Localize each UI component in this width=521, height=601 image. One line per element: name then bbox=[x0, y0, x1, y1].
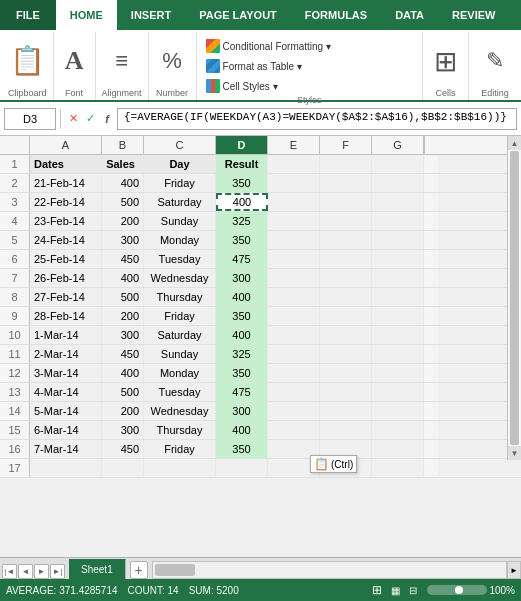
tab-insert[interactable]: INSERT bbox=[117, 0, 185, 30]
cell-a[interactable]: 1-Mar-14 bbox=[30, 326, 102, 344]
h-scroll-right[interactable]: ► bbox=[507, 561, 521, 579]
cell-b[interactable]: 450 bbox=[102, 440, 144, 458]
col-f[interactable] bbox=[320, 421, 372, 439]
cell-d[interactable] bbox=[216, 459, 268, 477]
tab-data[interactable]: DATA bbox=[381, 0, 438, 30]
col-f[interactable] bbox=[320, 231, 372, 249]
cell-b[interactable]: 450 bbox=[102, 345, 144, 363]
cell-a[interactable]: 6-Mar-14 bbox=[30, 421, 102, 439]
col-header-g[interactable]: G bbox=[372, 136, 424, 154]
col-e[interactable] bbox=[268, 345, 320, 363]
cell-c[interactable]: Saturday bbox=[144, 193, 216, 211]
cell-b[interactable]: 200 bbox=[102, 402, 144, 420]
col-g[interactable] bbox=[372, 193, 424, 211]
scroll-up-button[interactable]: ▲ bbox=[508, 136, 521, 150]
normal-view-button[interactable]: ⊞ bbox=[369, 583, 385, 597]
col-e[interactable] bbox=[268, 364, 320, 382]
col-f[interactable] bbox=[320, 174, 372, 192]
cell-a[interactable]: 22-Feb-14 bbox=[30, 193, 102, 211]
col-e[interactable] bbox=[268, 383, 320, 401]
cell-d[interactable]: 325 bbox=[216, 345, 268, 363]
tab-page-layout[interactable]: PAGE LAYOUT bbox=[185, 0, 291, 30]
editing-button[interactable]: ✎ bbox=[486, 34, 504, 88]
col-e[interactable] bbox=[268, 155, 320, 173]
cell-a[interactable] bbox=[30, 459, 102, 477]
cell-b[interactable]: 300 bbox=[102, 326, 144, 344]
cell-a[interactable]: 21-Feb-14 bbox=[30, 174, 102, 192]
cell-b[interactable]: 500 bbox=[102, 193, 144, 211]
font-button[interactable]: A bbox=[65, 34, 84, 88]
col-header-e[interactable]: E bbox=[268, 136, 320, 154]
cell-c[interactable]: Tuesday bbox=[144, 250, 216, 268]
col-g[interactable] bbox=[372, 459, 424, 477]
cell-a[interactable]: 3-Mar-14 bbox=[30, 364, 102, 382]
cell-b[interactable]: 200 bbox=[102, 212, 144, 230]
cell-b[interactable]: 400 bbox=[102, 269, 144, 287]
formula-input[interactable]: {=AVERAGE(IF(WEEKDAY(A3)=WEEKDAY($A$2:$A… bbox=[117, 108, 517, 130]
cell-b[interactable]: Sales bbox=[102, 155, 144, 173]
sheet-nav-prev[interactable]: ◄ bbox=[18, 564, 33, 579]
col-g[interactable] bbox=[372, 231, 424, 249]
col-g[interactable] bbox=[372, 326, 424, 344]
cell-d[interactable]: Result bbox=[216, 155, 268, 173]
cells-button[interactable]: ⊞ bbox=[434, 34, 457, 88]
insert-function-button[interactable]: f bbox=[99, 111, 115, 127]
col-header-c[interactable]: C bbox=[144, 136, 216, 154]
col-e[interactable] bbox=[268, 250, 320, 268]
vertical-scrollbar[interactable]: ▲ ▼ bbox=[507, 136, 521, 460]
add-sheet-button[interactable]: + bbox=[130, 561, 148, 579]
page-break-view-button[interactable]: ⊟ bbox=[405, 583, 421, 597]
cell-a[interactable]: 27-Feb-14 bbox=[30, 288, 102, 306]
cell-b[interactable]: 200 bbox=[102, 307, 144, 325]
clipboard-button[interactable]: 📋 bbox=[10, 34, 45, 88]
cell-a[interactable]: 4-Mar-14 bbox=[30, 383, 102, 401]
col-g[interactable] bbox=[372, 440, 424, 458]
col-f[interactable] bbox=[320, 212, 372, 230]
cell-c[interactable]: Saturday bbox=[144, 326, 216, 344]
sheet-nav-last[interactable]: ►| bbox=[50, 564, 65, 579]
cell-c[interactable]: Thursday bbox=[144, 421, 216, 439]
col-g[interactable] bbox=[372, 212, 424, 230]
cell-d[interactable]: 400 bbox=[216, 193, 268, 211]
cell-b[interactable] bbox=[102, 459, 144, 477]
cell-c[interactable]: Sunday bbox=[144, 345, 216, 363]
number-button[interactable]: % bbox=[162, 34, 182, 88]
col-g[interactable] bbox=[372, 174, 424, 192]
col-g[interactable] bbox=[372, 307, 424, 325]
sheet-tab-sheet1[interactable]: Sheet1 bbox=[69, 559, 126, 579]
tab-formulas[interactable]: FORMULAS bbox=[291, 0, 381, 30]
col-g[interactable] bbox=[372, 345, 424, 363]
col-g[interactable] bbox=[372, 250, 424, 268]
cell-d[interactable]: 350 bbox=[216, 440, 268, 458]
cell-c[interactable]: Friday bbox=[144, 307, 216, 325]
zoom-slider[interactable] bbox=[427, 585, 487, 595]
col-f[interactable] bbox=[320, 193, 372, 211]
col-g[interactable] bbox=[372, 421, 424, 439]
cell-a[interactable]: Dates bbox=[30, 155, 102, 173]
col-g[interactable] bbox=[372, 155, 424, 173]
h-scroll-thumb[interactable] bbox=[155, 564, 195, 576]
cell-c[interactable]: Sunday bbox=[144, 212, 216, 230]
col-e[interactable] bbox=[268, 326, 320, 344]
col-e[interactable] bbox=[268, 269, 320, 287]
cell-c[interactable]: Monday bbox=[144, 231, 216, 249]
cell-c[interactable]: Thursday bbox=[144, 288, 216, 306]
cell-d[interactable]: 350 bbox=[216, 364, 268, 382]
col-f[interactable] bbox=[320, 155, 372, 173]
cell-reference-box[interactable] bbox=[4, 108, 56, 130]
cell-a[interactable]: 24-Feb-14 bbox=[30, 231, 102, 249]
col-header-b[interactable]: B bbox=[102, 136, 144, 154]
cell-a[interactable]: 2-Mar-14 bbox=[30, 345, 102, 363]
cell-c[interactable]: Day bbox=[144, 155, 216, 173]
col-g[interactable] bbox=[372, 402, 424, 420]
col-e[interactable] bbox=[268, 402, 320, 420]
cell-a[interactable]: 5-Mar-14 bbox=[30, 402, 102, 420]
cell-d[interactable]: 475 bbox=[216, 383, 268, 401]
cell-d[interactable]: 475 bbox=[216, 250, 268, 268]
cell-c[interactable]: Wednesday bbox=[144, 269, 216, 287]
cell-d[interactable]: 350 bbox=[216, 174, 268, 192]
col-f[interactable] bbox=[320, 402, 372, 420]
tab-home[interactable]: HOME bbox=[56, 0, 117, 30]
tab-file[interactable]: FILE bbox=[0, 0, 56, 30]
conditional-formatting-button[interactable]: Conditional Formatting ▾ bbox=[203, 37, 416, 55]
